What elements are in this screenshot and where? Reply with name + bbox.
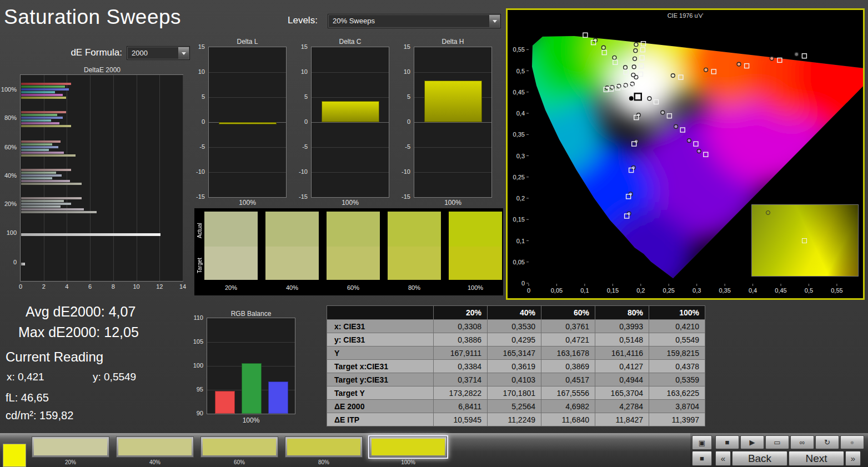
pattern-level-swatch [34,439,107,455]
loop-icon[interactable]: ∞ [790,435,814,449]
swatch-level-label: 60% [327,284,380,291]
pattern-level-tile[interactable] [369,436,447,458]
delta-y-label: -5 [405,143,410,150]
de-formula-dropdown[interactable]: 2000 [127,46,190,60]
deltae-bar [21,200,64,202]
deltae-bar [21,183,82,185]
table-row-label: Target Y [327,386,434,400]
deltae-bar [21,174,62,177]
deltae-x-label: 8 [107,283,119,290]
next-button[interactable]: Next [789,451,844,466]
gridline [113,75,114,281]
delta-l-y-axis: 151050-5-10-15 [193,47,207,198]
table-cell: 0,3714 [434,373,488,386]
pattern-level-tile[interactable] [32,436,109,458]
next-chevron-icon[interactable]: » [845,451,861,466]
svg-text:0,2: 0,2 [636,287,645,294]
chevron-down-icon[interactable] [489,15,500,27]
gridline [67,75,67,281]
delta-c-chart [311,47,389,198]
table-row-label: x: CIE31 [327,320,434,333]
deltae-x-label: 2 [38,283,50,290]
de-formula-value: 2000 [132,49,148,57]
delta-y-label: -10 [299,168,308,175]
actual-swatch [449,212,502,247]
pattern-level-tile[interactable] [285,436,363,458]
table-row-label: ΔE ITP [327,413,434,426]
cie-measured-marker [770,57,774,61]
deltae-bar [21,86,65,88]
actual-swatch [265,212,319,247]
svg-text:0,4: 0,4 [516,110,525,117]
display-icon[interactable]: ▣ [692,435,712,450]
deltae-y-label: 100% [1,86,17,93]
deltae-bar [21,149,49,151]
table-cell: 0,3384 [434,360,488,373]
current-y: y: 0,5549 [93,371,136,383]
stop-pattern-icon[interactable]: ■ [692,451,712,466]
table-cell: 0,5148 [595,333,649,347]
gridline [209,147,286,148]
cie-current-measured-marker [629,96,634,101]
saturation-sweeps-page: Saturation Sweeps dE Formula: 2000 Level… [0,0,868,467]
pattern-level-label: 60% [200,459,278,465]
table-corner-cell [327,306,434,320]
gridline [137,75,137,281]
table-cell: 161,4116 [595,347,649,360]
table-cell: 10,5945 [434,413,488,426]
refresh-icon[interactable]: ↻ [815,435,839,449]
table-cell: 0,3308 [434,320,488,333]
table-cell: 0,4127 [595,360,649,373]
svg-text:0: 0 [527,287,530,294]
refresh-icon: ↻ [824,438,830,446]
pattern-level-label: 40% [116,459,194,465]
stop-icon[interactable]: ■ [715,435,739,449]
pattern-level-tile[interactable] [116,436,194,458]
rgb-y-label: 100 [193,362,203,369]
svg-text:0,55: 0,55 [831,287,842,294]
play-icon[interactable]: ▶ [740,435,764,449]
delta-y-label: -10 [402,168,410,175]
table-cell: 0,3993 [595,320,649,333]
table-cell: 0,3869 [541,360,595,373]
back-chevron-icon[interactable]: « [715,451,731,466]
table-cell: 0,4103 [488,373,541,386]
gridline [183,75,183,281]
cie-measured-marker [631,73,635,77]
svg-text:0,45: 0,45 [775,287,786,294]
back-button[interactable]: Back [732,451,787,466]
rgb-bar-red [215,391,235,414]
delta-y-label: 10 [301,68,308,75]
delta-l-title: Delta L [208,38,287,46]
svg-text:0,1: 0,1 [580,287,589,294]
swatch-level-label: 40% [265,284,319,291]
deltae-chart [20,74,183,282]
window-icon[interactable]: ▭ [765,435,789,449]
table-row: Y167,9111165,3147163,1678161,4116159,821… [327,347,705,360]
rgb-y-label: 110 [193,314,203,321]
svg-text:0,15: 0,15 [513,216,525,223]
chevron-down-icon[interactable] [178,47,189,59]
pattern-level-tile[interactable] [200,436,278,458]
levels-dropdown[interactable]: 20% Sweeps [328,14,501,28]
record-icon[interactable]: ● [840,435,864,449]
cie-target-marker [667,114,671,118]
table-cell: 0,3530 [488,320,541,333]
svg-text:0,15: 0,15 [607,287,619,294]
deltae-x-label: 12 [153,283,165,290]
deltae-x-label: 4 [61,283,73,290]
delta-y-label: 0 [202,118,205,125]
table-cell: 11,2249 [488,413,541,426]
deltae-y-label: 100 [7,229,17,236]
play-icon: ▶ [750,438,755,446]
deltae-bar [21,122,59,124]
gridline [207,342,295,343]
table-cell: 0,4378 [649,360,705,373]
table-cell: 4,6982 [541,400,595,413]
deltae-bar [21,117,63,119]
de-formula-label: dE Formula: [54,47,122,58]
table-cell: 0,5549 [649,333,705,347]
table-column-header: 80% [595,306,649,320]
svg-text:0,5: 0,5 [516,68,525,74]
deltae-bar [21,169,71,171]
